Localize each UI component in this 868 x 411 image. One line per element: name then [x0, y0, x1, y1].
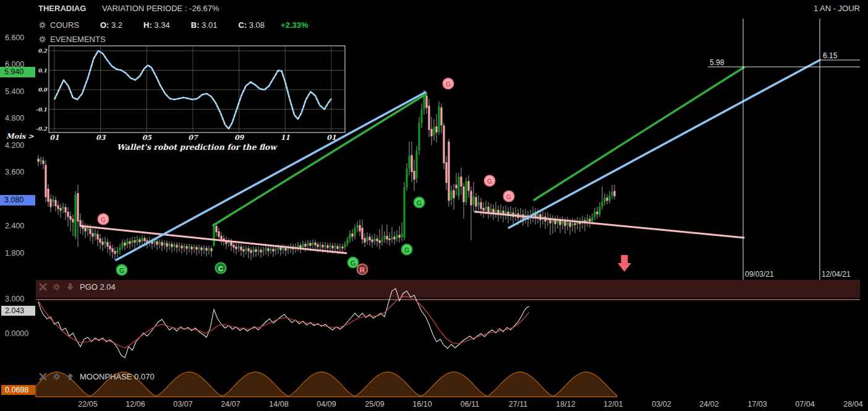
last-session-price-badge: 5.940 [0, 67, 35, 77]
close-icon[interactable] [39, 283, 47, 291]
date-tick: 27/11 [509, 400, 527, 409]
close-icon[interactable] [39, 373, 47, 381]
event-marker-g[interactable]: G [401, 244, 413, 256]
cours-legend-row: COURS O: 3.2 H: 3.34 B: 3.01 C: 3.08 +2.… [38, 20, 308, 30]
instrument-title: THERADIAG [38, 4, 86, 13]
vertical-date-label: 12/04/21 [822, 270, 851, 279]
pgo-signal-line [38, 296, 529, 348]
events-label[interactable]: EVENEMENTS [50, 35, 106, 44]
vertical-date-label: 09/03/21 [745, 270, 774, 279]
change-percent: +2.33% [281, 20, 308, 30]
inset-y-tick: 0.2 [33, 48, 47, 54]
pgo-axis-tick: 0.0000 [5, 329, 28, 338]
price-tick: 5.400 [5, 87, 24, 96]
pgo-axis-tick: 3.000 [5, 295, 24, 303]
date-tick: 24/07 [221, 400, 240, 409]
trading-chart-app: THERADIAG VARIATION PERIODE : -26.67% 1 … [0, 0, 868, 411]
inset-x-tick: 01 [326, 134, 336, 142]
event-marker-g[interactable]: G [116, 264, 128, 276]
gear-icon[interactable] [53, 283, 61, 291]
gear-icon[interactable] [38, 35, 46, 43]
prediction-inset-chart [49, 46, 345, 132]
event-marker-r[interactable]: R [357, 264, 368, 275]
pgo-indicator-label[interactable]: PGO 2.04 [80, 282, 116, 292]
date-tick: 12/06 [126, 400, 145, 409]
current-price-badge: 3.080 [0, 195, 35, 206]
inset-months-axis-label: Mois > [6, 132, 34, 141]
event-marker-c[interactable]: C [215, 262, 227, 274]
date-tick: 22/05 [78, 400, 97, 409]
gear-icon[interactable] [38, 21, 46, 29]
gear-icon[interactable] [53, 373, 61, 381]
events-legend-row: EVENEMENTS [38, 35, 106, 44]
cours-low: B: 3.01 [191, 20, 218, 30]
inset-y-tick: 0.0 [33, 87, 47, 93]
inset-y-tick: -0.2 [33, 126, 47, 132]
moonphase-value-badge: 0.0698 [1, 385, 35, 395]
move-up-icon[interactable] [66, 373, 74, 381]
date-tick: 07/04 [795, 400, 814, 409]
date-tick: 03/07 [173, 400, 192, 409]
event-marker-g[interactable]: G [98, 214, 109, 225]
timeframe-label[interactable]: 1 AN - JOUR [814, 4, 860, 13]
inset-x-tick: 07 [188, 134, 197, 142]
date-tick: 24/02 [699, 400, 718, 409]
price-tick: 2.400 [5, 222, 24, 230]
inset-x-tick: 03 [96, 134, 105, 142]
event-marker-g[interactable]: G [503, 191, 515, 202]
inset-x-tick: 05 [142, 134, 151, 142]
inset-x-tick: 01 [49, 134, 59, 142]
cours-open: O: 3.2 [100, 20, 122, 30]
date-tick: 16/10 [412, 400, 432, 409]
pgo-indicator[interactable] [36, 288, 860, 358]
event-marker-g[interactable]: G [484, 175, 496, 187]
chart-canvas[interactable] [0, 0, 868, 411]
pgo-line [38, 288, 529, 358]
inset-x-tick: 11 [281, 134, 290, 142]
date-tick: 04/09 [317, 400, 336, 409]
price-target-label: 5.98 [710, 58, 724, 67]
date-tick: 28/04 [843, 400, 862, 409]
cours-close: C: 3.08 [238, 20, 265, 30]
price-tick: 4.800 [5, 114, 24, 123]
price-tick: 6.600 [5, 33, 24, 42]
date-tick: 14/08 [269, 400, 288, 409]
date-tick: 17/03 [747, 400, 767, 409]
price-target-label: 6.15 [823, 51, 837, 60]
event-marker-g[interactable]: G [443, 78, 454, 90]
moonphase-indicator-label[interactable]: MOONPHASE 0.070 [80, 372, 155, 381]
moonphase-panel-header: MOONPHASE 0.070 [39, 372, 155, 381]
event-marker-g[interactable]: G [414, 197, 425, 209]
date-tick: 03/02 [652, 400, 671, 409]
inset-x-tick: 09 [234, 134, 244, 142]
variation-period-label: VARIATION PERIODE : -26.67% [102, 4, 219, 13]
cours-label[interactable]: COURS [50, 20, 79, 30]
inset-caption: Wallet's robot prediction for the flow [117, 142, 276, 152]
cours-high: H: 3.34 [143, 20, 170, 30]
sell-signal-arrow-icon[interactable] [618, 255, 631, 272]
pgo-value-badge: 2.043 [1, 306, 35, 316]
price-tick: 1.800 [5, 249, 24, 257]
date-tick: 12/01 [603, 400, 623, 409]
inset-y-tick: 0.1 [33, 67, 47, 74]
date-tick: 06/11 [461, 400, 479, 409]
date-tick: 25/09 [365, 400, 384, 409]
price-tick: 3.600 [5, 168, 24, 176]
date-tick: 18/12 [556, 400, 575, 409]
price-tick: 4.200 [5, 141, 24, 150]
pgo-panel-header: PGO 2.04 [39, 282, 116, 292]
move-down-icon[interactable] [66, 283, 74, 291]
inset-y-tick: -0.1 [33, 106, 47, 113]
